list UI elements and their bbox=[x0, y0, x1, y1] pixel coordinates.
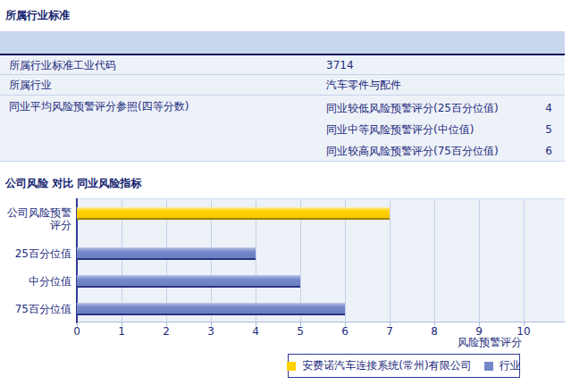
subrow-label: 同业中等风险预警评分(中位值) bbox=[326, 122, 474, 138]
chart-bar-company bbox=[77, 207, 390, 220]
chart-legend: 安费诺汽车连接系统(常州)有限公司行业 bbox=[288, 354, 520, 378]
subrow-value: 4 bbox=[545, 102, 552, 114]
subrow-median: 同业中等风险预警评分(中位值) 5 bbox=[326, 119, 552, 140]
chart-row: 中分位值 bbox=[0, 267, 588, 295]
chart-row: 75百分位值 bbox=[0, 295, 588, 322]
x-tick-label: 2 bbox=[157, 325, 175, 338]
table-row-industry: 所属行业 汽车零件与配件 bbox=[0, 75, 565, 96]
legend-swatch-company bbox=[287, 362, 296, 371]
quartile-subrows: 同业较低风险预警评分(25百分位值) 4 同业中等风险预警评分(中位值) 5 同… bbox=[326, 97, 552, 162]
x-tick-label: 7 bbox=[381, 325, 399, 338]
chart-bar-industry bbox=[77, 303, 345, 315]
category-label: 公司风险预警评分 bbox=[0, 206, 71, 231]
x-tick-label: 1 bbox=[113, 325, 130, 338]
legend-item: 行业 bbox=[484, 358, 521, 373]
x-tick-label: 5 bbox=[291, 325, 309, 338]
x-axis-title: 风险预警评分 bbox=[458, 335, 522, 350]
legend-label: 安费诺汽车连接系统(常州)有限公司 bbox=[302, 358, 471, 373]
subrow-value: 5 bbox=[545, 123, 552, 136]
section-title-risk-comparison: 公司风险 对比 同业风险指标 bbox=[5, 176, 141, 191]
legend-item: 安费诺汽车连接系统(常州)有限公司 bbox=[287, 358, 471, 373]
chart-bar-industry bbox=[77, 247, 256, 260]
subrow-label: 同业较高风险预警评分(75百分位值) bbox=[326, 144, 499, 159]
x-tick-label: 0 bbox=[68, 325, 86, 338]
subrow-label: 同业较低风险预警评分(25百分位值) bbox=[326, 101, 499, 116]
section-title-industry-standard: 所属行业标准 bbox=[5, 8, 70, 23]
subrow-value: 6 bbox=[545, 145, 552, 157]
subrow-25th-percentile: 同业较低风险预警评分(25百分位值) 4 bbox=[326, 97, 552, 119]
category-label: 中分位值 bbox=[0, 275, 71, 288]
category-label: 25百分位值 bbox=[0, 247, 71, 260]
legend-swatch-industry bbox=[484, 362, 493, 371]
chart-rows: 公司风险预警评分25百分位值中分位值75百分位值 bbox=[0, 198, 588, 322]
row-label: 所属行业 bbox=[9, 78, 52, 93]
table-header-row bbox=[0, 31, 565, 55]
industry-risk-report-page: 所属行业标准 所属行业标准工业代码 3714 所属行业 汽车零件与配件 同业平均… bbox=[0, 0, 588, 385]
x-tick-label: 3 bbox=[202, 325, 220, 338]
table-row-peer-quartiles: 同业平均风险预警评分参照(四等分数) 同业较低风险预警评分(25百分位值) 4 … bbox=[0, 96, 565, 162]
row-label: 所属行业标准工业代码 bbox=[9, 57, 116, 72]
subrow-75th-percentile: 同业较高风险预警评分(75百分位值) 6 bbox=[326, 140, 552, 162]
x-tick-label: 4 bbox=[247, 325, 265, 338]
category-label: 75百分位值 bbox=[0, 303, 71, 315]
chart-row: 公司风险预警评分 bbox=[0, 198, 588, 239]
row-value: 3714 bbox=[326, 59, 354, 71]
legend-label: 行业 bbox=[500, 358, 521, 373]
row-value: 汽车零件与配件 bbox=[326, 78, 401, 93]
chart-row: 25百分位值 bbox=[0, 239, 588, 267]
x-tick-label: 6 bbox=[336, 325, 354, 338]
x-tick-label: 8 bbox=[425, 325, 443, 338]
table-row-industry-code: 所属行业标准工业代码 3714 bbox=[0, 55, 565, 75]
chart-bar-industry bbox=[77, 275, 300, 288]
row-label: 同业平均风险预警评分参照(四等分数) bbox=[9, 99, 189, 114]
